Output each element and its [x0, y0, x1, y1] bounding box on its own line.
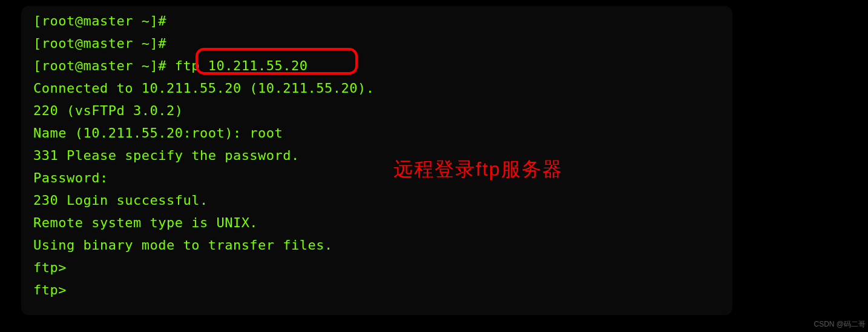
terminal-line: [root@master ~]#	[33, 10, 720, 32]
watermark-text: CSDN @码二哥	[814, 319, 866, 330]
terminal-line: ftp>	[33, 279, 720, 301]
terminal-line: Name (10.211.55.20:root): root	[33, 122, 720, 144]
terminal-line: 230 Login successful.	[33, 189, 720, 211]
terminal-window[interactable]: [root@master ~]# [root@master ~]# [root@…	[21, 6, 732, 315]
terminal-line: Using binary mode to transfer files.	[33, 234, 720, 256]
terminal-line: Remote system type is UNIX.	[33, 211, 720, 234]
terminal-line: ftp>	[33, 256, 720, 279]
terminal-line: [root@master ~]#	[33, 32, 720, 55]
terminal-line: 220 (vsFTPd 3.0.2)	[33, 99, 720, 122]
terminal-line: 331 Please specify the password.	[33, 144, 720, 167]
terminal-line: [root@master ~]# ftp 10.211.55.20	[33, 55, 720, 77]
annotation-label: 远程登录ftp服务器	[393, 156, 563, 183]
terminal-line: Connected to 10.211.55.20 (10.211.55.20)…	[33, 77, 720, 99]
terminal-line: Password:	[33, 167, 720, 189]
